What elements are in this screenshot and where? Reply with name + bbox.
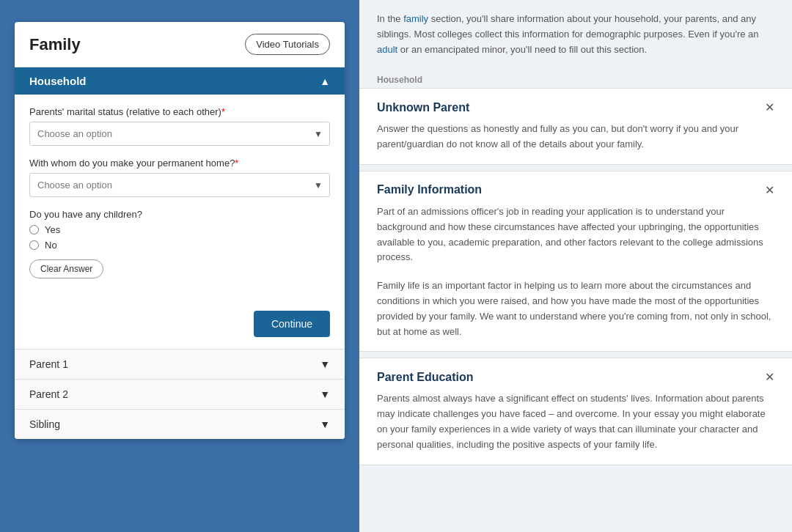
marital-status-required: *: [221, 106, 225, 117]
sibling-label: Sibling: [29, 418, 60, 430]
household-section-label: Household: [29, 75, 87, 87]
clear-answer-button[interactable]: Clear Answer: [29, 259, 103, 278]
parent2-label: Parent 2: [29, 388, 68, 400]
parent1-label: Parent 1: [29, 358, 68, 370]
marital-status-select-wrapper: Choose an option ▼: [29, 122, 330, 146]
unknown-parent-card-header: Unknown Parent ✕: [377, 100, 774, 114]
permanent-home-select-wrapper: Choose an option ▼: [29, 173, 330, 197]
parent-education-card-header: Parent Education ✕: [377, 370, 774, 384]
permanent-home-group: With whom do you make your permanent hom…: [29, 158, 330, 197]
sibling-accordion: Sibling ▼: [15, 409, 345, 439]
right-section-label: Household: [359, 69, 792, 88]
family-highlight: family: [403, 13, 428, 24]
permanent-home-required: *: [235, 158, 238, 169]
video-tutorials-button[interactable]: Video Tutorials: [245, 34, 330, 55]
children-radio-group: Yes No: [29, 224, 330, 251]
left-panel: Family Video Tutorials Household ▲ Paren…: [0, 0, 359, 532]
parent-education-close-icon[interactable]: ✕: [765, 370, 774, 384]
permanent-home-label: With whom do you make your permanent hom…: [29, 158, 330, 169]
adult-highlight: adult: [377, 44, 397, 55]
parent2-accordion-header[interactable]: Parent 2 ▼: [15, 380, 345, 409]
household-section-header[interactable]: Household ▲: [15, 67, 345, 95]
sibling-accordion-header[interactable]: Sibling ▼: [15, 410, 345, 439]
children-no-label[interactable]: No: [29, 240, 330, 251]
unknown-parent-title: Unknown Parent: [377, 101, 469, 114]
form-title: Family: [29, 35, 81, 54]
unknown-parent-text: Answer the questions as honestly and ful…: [377, 122, 774, 152]
marital-status-label: Parents' marital status (relative to eac…: [29, 106, 330, 117]
family-information-card-header: Family Information ✕: [377, 183, 774, 197]
marital-status-select[interactable]: Choose an option: [29, 122, 330, 146]
form-footer: Continue: [15, 302, 345, 349]
children-label: Do you have any children?: [29, 209, 330, 220]
parent2-accordion: Parent 2 ▼: [15, 379, 345, 409]
parent2-chevron-icon: ▼: [320, 388, 330, 400]
family-information-text-2: Family life is an important factor in he…: [377, 278, 774, 339]
form-card-header: Family Video Tutorials: [15, 22, 345, 67]
household-chevron-icon: ▲: [320, 75, 330, 87]
family-information-card: Family Information ✕ Part of an admissio…: [359, 171, 792, 352]
parent-education-text: Parents almost always have a significant…: [377, 391, 774, 452]
parent1-accordion: Parent 1 ▼: [15, 349, 345, 379]
children-yes-radio[interactable]: [29, 225, 39, 234]
parent1-chevron-icon: ▼: [320, 358, 330, 370]
form-body: Parents' marital status (relative to eac…: [15, 95, 345, 302]
unknown-parent-card: Unknown Parent ✕ Answer the questions as…: [359, 88, 792, 165]
unknown-parent-close-icon[interactable]: ✕: [765, 100, 774, 114]
family-information-text-1: Part of an admissions officer's job in r…: [377, 204, 774, 265]
form-card: Family Video Tutorials Household ▲ Paren…: [15, 22, 345, 439]
family-information-close-icon[interactable]: ✕: [765, 183, 774, 197]
sibling-chevron-icon: ▼: [320, 418, 330, 430]
parent-education-title: Parent Education: [377, 371, 474, 384]
right-intro: In the family section, you'll share info…: [359, 0, 792, 69]
children-no-radio[interactable]: [29, 240, 39, 250]
permanent-home-select[interactable]: Choose an option: [29, 173, 330, 197]
marital-status-group: Parents' marital status (relative to eac…: [29, 106, 330, 146]
children-group: Do you have any children? Yes No Clear A…: [29, 209, 330, 278]
parent-education-card: Parent Education ✕ Parents almost always…: [359, 358, 792, 465]
parent1-accordion-header[interactable]: Parent 1 ▼: [15, 350, 345, 379]
right-panel: In the family section, you'll share info…: [359, 0, 792, 532]
continue-button[interactable]: Continue: [254, 311, 330, 337]
children-yes-label[interactable]: Yes: [29, 224, 330, 235]
family-information-title: Family Information: [377, 183, 482, 196]
